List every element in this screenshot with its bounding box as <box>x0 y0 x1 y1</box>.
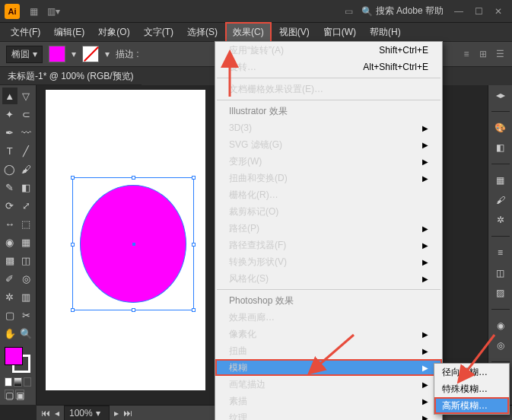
handle-ml[interactable] <box>71 243 75 247</box>
screen-mode-full[interactable]: ▣ <box>15 390 24 399</box>
zoom-dropdown[interactable]: 100%▾ <box>64 406 110 421</box>
gradient-tool[interactable]: ◫ <box>19 252 34 269</box>
zoom-tool[interactable]: 🔍 <box>19 325 34 342</box>
menu-效果[interactable]: 效果(C) <box>225 22 272 43</box>
menu-item[interactable]: 文档栅格效果设置(E)… <box>215 81 442 97</box>
menu-item[interactable]: 素描▶ <box>215 393 442 409</box>
menu-item[interactable]: 模糊▶ <box>215 359 442 376</box>
color-guide-icon[interactable]: ◧ <box>493 141 508 154</box>
color-panel-icon[interactable]: 🎨 <box>493 121 508 135</box>
nav-first-icon[interactable]: ⏮ <box>41 408 50 418</box>
menu-文字[interactable]: 文字(T) <box>138 24 180 41</box>
width-tool[interactable]: ↔ <box>2 215 17 232</box>
free-transform-tool[interactable]: ⬚ <box>19 215 34 232</box>
shape-builder-tool[interactable]: ◉ <box>2 234 17 250</box>
selection-tool[interactable]: ▲ <box>2 88 17 104</box>
menu-item[interactable]: 像素化▶ <box>215 326 442 342</box>
menu-帮助[interactable]: 帮助(H) <box>364 24 407 41</box>
handle-tc[interactable] <box>132 176 135 180</box>
handle-br[interactable] <box>192 308 196 312</box>
stroke-swatch[interactable] <box>82 46 99 62</box>
nav-prev-icon[interactable]: ◂ <box>55 408 59 418</box>
eraser-tool[interactable]: ◧ <box>19 179 34 196</box>
handle-bl[interactable] <box>71 308 75 312</box>
close-button[interactable]: ✕ <box>489 4 507 19</box>
layout-icon[interactable]: ▭ <box>343 5 355 18</box>
bridge-icon[interactable]: ▦ <box>27 5 40 18</box>
brushes-panel-icon[interactable]: 🖌 <box>493 193 508 207</box>
menu-item[interactable]: 效果画廊… <box>215 309 442 326</box>
rotate-tool[interactable]: ⟳ <box>2 197 17 214</box>
ellipse-tool[interactable]: ◯ <box>2 161 17 177</box>
fill-swatch[interactable] <box>49 46 65 62</box>
magic-wand-tool[interactable]: ✦ <box>2 106 17 123</box>
mode-gradient[interactable] <box>14 377 21 387</box>
submenu-item[interactable]: 特殊模糊… <box>434 380 509 397</box>
symbols-panel-icon[interactable]: ✲ <box>493 213 508 227</box>
menu-窗口[interactable]: 窗口(W) <box>317 24 362 41</box>
artboard-tool[interactable]: ▢ <box>2 307 17 323</box>
arrange-icon[interactable]: ▥▾ <box>47 5 59 18</box>
type-tool[interactable]: T <box>2 142 17 159</box>
menu-item[interactable]: 纹理▶ <box>215 409 442 420</box>
menu-item[interactable]: SVG 滤镜(G)▶ <box>215 136 442 153</box>
nav-next-icon[interactable]: ▸ <box>114 408 119 418</box>
menu-item[interactable]: 应用“旋转”(A)Shift+Ctrl+E <box>215 42 442 59</box>
screen-mode-normal[interactable]: ▢ <box>5 390 14 399</box>
eyedropper-tool[interactable]: ✐ <box>2 270 17 287</box>
swatches-panel-icon[interactable]: ▦ <box>493 173 508 187</box>
mode-color[interactable] <box>5 377 12 387</box>
menu-item[interactable]: 路径查找器(F)▶ <box>215 237 442 253</box>
expand-dock-icon[interactable]: ◂▸ <box>493 88 508 102</box>
color-picker[interactable] <box>2 345 34 376</box>
graph-tool[interactable]: ▥ <box>19 288 34 305</box>
nav-last-icon[interactable]: ⏭ <box>123 408 132 418</box>
menu-item[interactable]: 裁剪标记(O) <box>215 203 442 220</box>
brush-tool[interactable]: 🖌 <box>19 161 34 177</box>
transform-icon[interactable]: ⊞ <box>477 48 489 60</box>
transparency-panel-icon[interactable]: ▨ <box>493 286 508 300</box>
menu-item[interactable]: 路径(P)▶ <box>215 220 442 237</box>
submenu-item[interactable]: 径向模糊… <box>434 364 509 380</box>
align-icon[interactable]: ≡ <box>460 48 472 60</box>
blend-tool[interactable]: ◎ <box>19 270 34 287</box>
shaper-tool[interactable]: ✎ <box>2 179 17 196</box>
graphic-styles-icon[interactable]: ◎ <box>493 339 508 352</box>
menu-item[interactable]: 栅格化(R)… <box>215 186 442 203</box>
handle-tl[interactable] <box>71 176 75 180</box>
curvature-tool[interactable]: 〰 <box>19 124 34 141</box>
shape-dropdown[interactable]: 椭圆▾ <box>6 46 43 63</box>
menu-item[interactable]: 旋转…Alt+Shift+Ctrl+E <box>215 59 442 75</box>
pen-tool[interactable]: ✒ <box>2 124 17 141</box>
menu-视图[interactable]: 视图(V) <box>273 24 316 41</box>
symbol-sprayer-tool[interactable]: ✲ <box>2 288 17 305</box>
maximize-button[interactable]: ☐ <box>469 4 488 19</box>
ellipse-shape[interactable] <box>80 185 186 303</box>
scale-tool[interactable]: ⤢ <box>19 197 34 214</box>
help-search[interactable]: 🔍 搜索 Adobe 帮助 <box>361 5 444 18</box>
handle-bc[interactable] <box>132 308 135 312</box>
hand-tool[interactable]: ✋ <box>2 325 17 342</box>
menu-item[interactable]: 扭曲和变换(D)▶ <box>215 170 442 186</box>
menu-item[interactable]: 转换为形状(V)▶ <box>215 253 442 270</box>
handle-tr[interactable] <box>192 176 196 180</box>
lasso-tool[interactable]: ⊂ <box>19 106 34 123</box>
gradient-panel-icon[interactable]: ◫ <box>493 266 508 279</box>
menu-文件[interactable]: 文件(F) <box>5 24 46 41</box>
stroke-panel-icon[interactable]: ≡ <box>493 246 508 259</box>
menu-item[interactable]: 风格化(S)▶ <box>215 270 442 287</box>
canvas[interactable] <box>46 90 205 390</box>
appearance-panel-icon[interactable]: ◉ <box>493 319 508 332</box>
menu-item[interactable]: 扭曲▶ <box>215 342 442 359</box>
menu-item[interactable]: 画笔描边▶ <box>215 376 442 393</box>
menu-编辑[interactable]: 编辑(E) <box>48 24 91 41</box>
minimize-button[interactable]: — <box>450 4 468 19</box>
fill-color[interactable] <box>5 347 23 365</box>
direct-selection-tool[interactable]: ▽ <box>19 88 34 104</box>
perspective-tool[interactable]: ▦ <box>19 234 34 250</box>
menu-选择[interactable]: 选择(S) <box>181 24 224 41</box>
menu-item[interactable]: 变形(W)▶ <box>215 153 442 170</box>
document-tab[interactable]: 未标题-1* @ 100% (RGB/预览) <box>0 67 142 85</box>
options-icon[interactable]: ☰ <box>494 48 506 60</box>
slice-tool[interactable]: ✂ <box>19 307 34 323</box>
